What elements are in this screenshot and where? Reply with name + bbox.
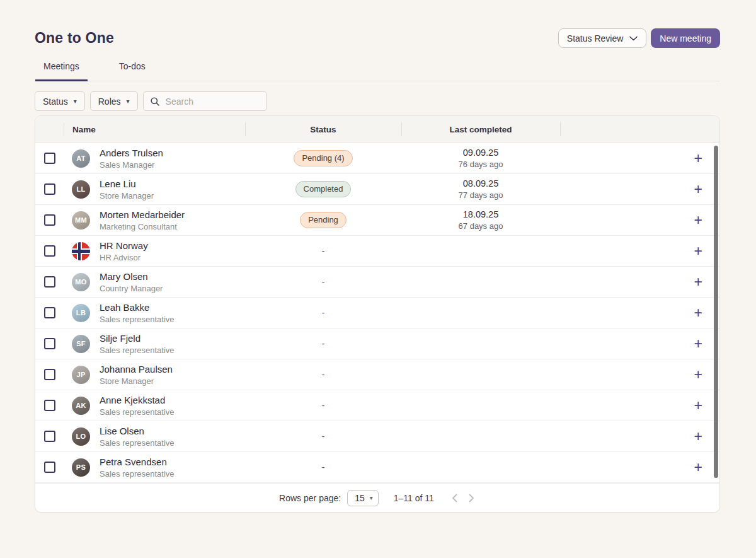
person-role: Sales representative xyxy=(100,345,175,356)
plus-icon: + xyxy=(694,212,702,228)
column-divider xyxy=(401,122,402,136)
row-add-button[interactable]: + xyxy=(692,152,705,165)
plus-icon: + xyxy=(694,150,702,166)
next-page-button[interactable] xyxy=(467,492,476,504)
select-cell xyxy=(35,214,64,226)
status-cell: Pending xyxy=(245,212,401,228)
last-completed-ago: 77 days ago xyxy=(401,190,560,201)
tab-todos[interactable]: To-dos xyxy=(111,61,154,81)
status-cell: Pending (4) xyxy=(245,150,401,166)
action-cell: + xyxy=(560,399,719,412)
name-cell: MM Morten Medarbeider Marketing Consulta… xyxy=(64,209,245,232)
status-review-label: Status Review xyxy=(567,33,623,44)
row-add-button[interactable]: + xyxy=(692,368,705,381)
avatar: JP xyxy=(72,366,90,384)
row-checkbox[interactable] xyxy=(44,214,55,226)
table-row[interactable]: SF Silje Fjeld Sales representative - + xyxy=(35,328,719,359)
row-checkbox[interactable] xyxy=(44,276,55,288)
table-row[interactable]: JP Johanna Paulsen Store Manager - + xyxy=(35,359,719,390)
row-checkbox[interactable] xyxy=(44,431,55,442)
name-lines: Silje Fjeld Sales representative xyxy=(100,332,175,356)
row-add-button[interactable]: + xyxy=(692,399,705,412)
row-add-button[interactable]: + xyxy=(692,214,705,226)
row-add-button[interactable]: + xyxy=(692,245,705,257)
row-checkbox[interactable] xyxy=(44,153,55,164)
last-completed-cell: 09.09.25 76 days ago xyxy=(401,147,560,170)
row-checkbox[interactable] xyxy=(44,245,55,257)
select-cell xyxy=(35,183,64,195)
name-lines: Mary Olsen Country Manager xyxy=(100,270,163,294)
roles-filter-label: Roles xyxy=(98,96,121,107)
column-header-status: Status xyxy=(245,116,401,142)
status-badge: Completed xyxy=(295,181,352,197)
chevron-down-icon xyxy=(629,36,638,41)
row-add-button[interactable]: + xyxy=(692,430,705,443)
one-to-one-page: One to One Status Review New meeting Mee… xyxy=(0,0,756,558)
table-row[interactable]: MM Morten Medarbeider Marketing Consulta… xyxy=(35,205,719,236)
avatar: MM xyxy=(72,211,90,230)
avatar: MO xyxy=(72,273,90,291)
person-name: Silje Fjeld xyxy=(100,332,175,345)
table-row[interactable]: HR Norway HR Advisor - + xyxy=(35,236,719,267)
row-checkbox[interactable] xyxy=(44,369,55,380)
name-lines: Anne Kjekkstad Sales representative xyxy=(100,394,175,417)
column-divider xyxy=(245,122,246,136)
status-review-button[interactable]: Status Review xyxy=(558,28,646,48)
tab-meetings[interactable]: Meetings xyxy=(35,61,88,81)
status-cell: - xyxy=(245,431,401,441)
row-checkbox[interactable] xyxy=(44,307,55,318)
actions-column-header xyxy=(560,116,719,142)
name-lines: Lise Olsen Sales representative xyxy=(100,425,175,448)
name-cell: LO Lise Olsen Sales representative xyxy=(64,425,245,448)
status-cell: - xyxy=(245,339,401,349)
row-checkbox[interactable] xyxy=(44,400,55,411)
table-row[interactable]: LO Lise Olsen Sales representative - + xyxy=(35,421,719,452)
row-add-button[interactable]: + xyxy=(692,337,705,350)
row-add-button[interactable]: + xyxy=(692,306,705,319)
last-completed-cell: 18.09.25 67 days ago xyxy=(401,209,560,231)
plus-icon: + xyxy=(694,397,702,414)
status-cell: - xyxy=(245,462,401,472)
person-name: Petra Svendsen xyxy=(100,456,175,468)
action-cell: + xyxy=(560,461,719,474)
search-field xyxy=(143,91,267,111)
person-name: Anne Kjekkstad xyxy=(100,394,175,407)
plus-icon: + xyxy=(694,243,702,259)
caret-down-icon: ▾ xyxy=(74,98,77,105)
previous-page-button[interactable] xyxy=(450,492,459,504)
new-meeting-button[interactable]: New meeting xyxy=(651,28,720,48)
table-scrollbar[interactable] xyxy=(714,146,718,478)
row-checkbox[interactable] xyxy=(44,462,55,473)
row-checkbox[interactable] xyxy=(44,338,55,349)
page-title: One to One xyxy=(35,30,114,47)
person-name: Leah Bakke xyxy=(100,301,175,314)
row-add-button[interactable]: + xyxy=(692,276,705,288)
row-checkbox[interactable] xyxy=(44,183,55,195)
status-filter-dropdown[interactable]: Status ▾ xyxy=(35,91,85,111)
status-filter-label: Status xyxy=(43,96,68,107)
page-header: One to One Status Review New meeting xyxy=(35,0,720,48)
row-add-button[interactable]: + xyxy=(692,461,705,474)
last-completed-cell: 08.09.25 77 days ago xyxy=(401,178,560,201)
select-cell xyxy=(35,462,64,473)
last-completed-ago: 76 days ago xyxy=(401,159,560,170)
action-cell: + xyxy=(560,214,719,226)
table-footer: Rows per page: 15 ▾ 1–11 of 11 xyxy=(35,483,719,512)
row-add-button[interactable]: + xyxy=(692,183,705,195)
roles-filter-dropdown[interactable]: Roles ▾ xyxy=(90,91,138,111)
plus-icon: + xyxy=(694,335,702,352)
rows-per-page-select[interactable]: 15 ▾ xyxy=(347,490,379,506)
table-row[interactable]: PS Petra Svendsen Sales representative -… xyxy=(35,452,719,483)
select-cell xyxy=(35,153,64,164)
table-row[interactable]: LB Leah Bakke Sales representative - + xyxy=(35,298,719,328)
status-cell: - xyxy=(245,308,401,318)
column-header-last-completed: Last completed xyxy=(401,116,560,142)
table-row[interactable]: AT Anders Trulsen Sales Manager Pending … xyxy=(35,143,719,174)
table-row[interactable]: MO Mary Olsen Country Manager - + xyxy=(35,267,719,298)
select-cell xyxy=(35,276,64,288)
table-row[interactable]: AK Anne Kjekkstad Sales representative -… xyxy=(35,390,719,421)
search-input[interactable] xyxy=(166,96,260,107)
table-row[interactable]: LL Lene Liu Store Manager Completed 08.0… xyxy=(35,174,719,205)
name-lines: Leah Bakke Sales representative xyxy=(100,301,175,325)
plus-icon: + xyxy=(694,428,702,445)
